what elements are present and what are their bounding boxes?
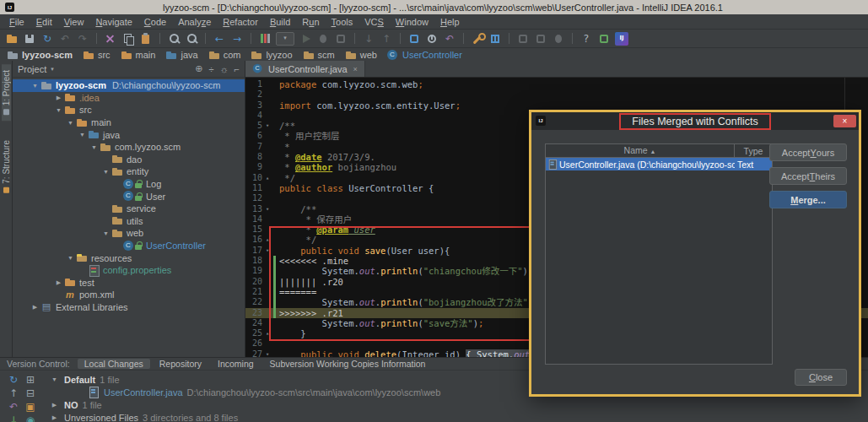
jetbrains-icon[interactable]: IJ (615, 32, 628, 46)
project-structure-icon[interactable] (488, 32, 502, 46)
menu-tools[interactable]: Tools (326, 17, 359, 27)
menu-view[interactable]: View (58, 17, 90, 27)
tree-item-config-properties[interactable]: config.properties (13, 264, 245, 277)
commit-icon[interactable]: ↑ (5, 387, 22, 400)
tool-window-tab-project[interactable]: 1: Project (2, 64, 11, 121)
rollback-icon[interactable]: ↶ (443, 32, 456, 46)
android-icon[interactable] (552, 32, 565, 46)
undo-icon[interactable]: ↶ (58, 32, 72, 46)
tree-item-main[interactable]: ▼main (13, 116, 245, 129)
expand-all-icon[interactable]: ⊞ (22, 373, 39, 387)
redo-icon[interactable]: ↷ (76, 32, 89, 46)
tree-item-java[interactable]: ▼java (13, 128, 245, 141)
menu-help[interactable]: Help (434, 17, 466, 27)
breadcrumb-java[interactable]: java (165, 50, 197, 61)
debug-icon[interactable] (316, 32, 330, 46)
hide-panel-icon[interactable]: ⌐ (235, 64, 240, 74)
tree-item-web[interactable]: ▼web (13, 227, 245, 240)
run-config-icon[interactable] (258, 32, 272, 46)
preview-icon[interactable]: ◉ (22, 414, 39, 422)
merge-button[interactable]: Merge... (769, 191, 847, 208)
run-icon[interactable] (299, 32, 312, 46)
vcs-tab-subversion-working-copies-information[interactable]: Subversion Working Copies Information (263, 359, 433, 369)
tree-item-test[interactable]: ▶test (13, 277, 245, 289)
update-icon[interactable]: ↓ (5, 414, 22, 422)
coverage-icon[interactable] (334, 32, 348, 46)
breadcrumb-main[interactable]: main (121, 50, 156, 61)
refresh-icon[interactable]: ↻ (5, 373, 22, 387)
history-icon[interactable] (425, 32, 439, 46)
dialog-close-icon[interactable]: × (833, 115, 856, 127)
tree-item-resources[interactable]: ▼resources (13, 252, 245, 264)
menu-vcs[interactable]: VCS (359, 17, 390, 27)
settings-icon[interactable] (471, 32, 484, 46)
column-header-type[interactable]: Type (735, 146, 772, 156)
changelist-row-no[interactable]: ▶NO1 file (49, 398, 868, 411)
tree-item-com-lyyzoo-scm[interactable]: ▼com.lyyzoo.scm (13, 141, 245, 154)
compare-icon[interactable] (407, 32, 421, 46)
menu-edit[interactable]: Edit (30, 17, 58, 27)
conflict-file-row[interactable]: UserController.java (D:\chiangchou\lyyzo… (546, 158, 772, 170)
locate-icon[interactable]: ⊕ (195, 63, 202, 74)
tree-item--idea[interactable]: ▶.idea (13, 92, 245, 105)
menu-code[interactable]: Code (138, 17, 172, 27)
copy-icon[interactable] (121, 32, 135, 46)
help-icon[interactable]: ? (580, 32, 593, 46)
open-icon[interactable] (5, 32, 19, 46)
breadcrumb-lyyzoo[interactable]: lyyzoo (251, 50, 292, 61)
vcs-tab-incoming[interactable]: Incoming (211, 359, 261, 369)
menu-refactor[interactable]: Refactor (217, 17, 264, 27)
tree-item-dao[interactable]: dao (13, 154, 245, 166)
menu-run[interactable]: Run (296, 17, 325, 27)
breadcrumb-lyyzoo-scm[interactable]: lyyzoo-scm (7, 50, 73, 61)
settings-gear-icon[interactable]: ☼ (219, 64, 228, 74)
forward-icon[interactable]: → (230, 32, 244, 46)
column-header-name[interactable]: Name ▲ (546, 144, 735, 157)
group-by-icon[interactable]: ▣ (22, 400, 39, 414)
breadcrumb-web[interactable]: web (345, 50, 377, 61)
tree-item-external-libraries[interactable]: ▶▤External Libraries (13, 301, 245, 314)
editor-tab-usercontroller[interactable]: UserController.java × (245, 61, 365, 77)
tree-item-usercontroller[interactable]: UserController (13, 240, 245, 252)
menu-file[interactable]: File (3, 17, 30, 27)
export-icon[interactable] (597, 32, 611, 46)
save-icon[interactable] (23, 32, 36, 46)
find-icon[interactable] (167, 32, 181, 46)
tree-item-service[interactable]: service (13, 203, 245, 215)
breadcrumb-src[interactable]: src (83, 50, 111, 61)
run-config-dropdown[interactable]: ▾ (276, 32, 294, 46)
menu-navigate[interactable]: Navigate (89, 17, 137, 27)
menu-window[interactable]: Window (390, 17, 434, 27)
find-usages-icon[interactable] (185, 32, 198, 46)
accept-yours-button[interactable]: Accept Yours (769, 143, 847, 161)
paste-icon[interactable] (139, 32, 153, 46)
tree-item-log[interactable]: Log (13, 178, 245, 191)
vcs-tab-local-changes[interactable]: Local Changes (78, 359, 150, 369)
tree-item-src[interactable]: ▼src (13, 104, 245, 116)
accept-theirs-button[interactable]: Accept Theirs (769, 167, 847, 185)
rollback-icon[interactable]: ↶ (5, 400, 22, 414)
tree-item-utils[interactable]: utils (13, 215, 245, 228)
update-project-icon[interactable]: ↓ (362, 32, 375, 46)
menu-analyze[interactable]: Analyze (172, 17, 217, 27)
code-line-2[interactable]: 2 (245, 89, 868, 100)
commit-changes-icon[interactable]: ↑ (380, 32, 393, 46)
cut-icon[interactable] (104, 32, 117, 46)
menu-build[interactable]: Build (264, 17, 296, 27)
tree-item-entity[interactable]: ▼entity (13, 165, 245, 178)
collapse-all-icon[interactable]: ⊟ (22, 387, 39, 400)
ant-icon[interactable] (534, 32, 547, 46)
vcs-tab-repository[interactable]: Repository (153, 359, 208, 369)
code-line-1[interactable]: 1package com.lyyzoo.scm.web; (245, 79, 868, 89)
changelist-row-unversioned-files[interactable]: ▶Unversioned Files3 directories and 8 fi… (49, 411, 868, 422)
breadcrumb-scm[interactable]: scm (303, 50, 335, 61)
maven-icon[interactable] (516, 32, 530, 46)
back-icon[interactable]: ← (213, 32, 226, 46)
breadcrumb-com[interactable]: com (208, 50, 241, 61)
synchronize-icon[interactable]: ↻ (40, 32, 54, 46)
project-view-selector[interactable]: Project (18, 64, 46, 74)
tree-item-user[interactable]: User (13, 190, 245, 203)
close-button[interactable]: Close (795, 369, 847, 386)
tree-item-lyyzoo-scm[interactable]: ▼lyyzoo-scmD:\chiangchou\lyyzoo-scm (13, 79, 245, 92)
close-tab-icon[interactable]: × (353, 65, 358, 73)
